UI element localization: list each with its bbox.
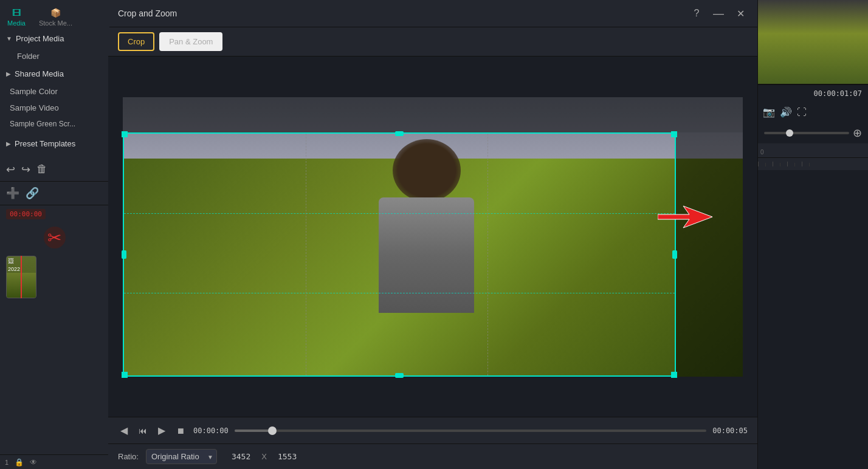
sample-video-label: Sample Video — [10, 103, 59, 112]
tab-media[interactable]: 🎞 Media — [0, 5, 33, 29]
tick — [758, 162, 765, 166]
sidebar: ▼ Project Media Folder ▶ Shared Media Sa… — [0, 29, 109, 469]
shared-media-label: Shared Media — [15, 69, 64, 78]
tick — [773, 162, 780, 166]
tick — [802, 162, 809, 166]
playhead-line — [21, 256, 22, 298]
right-panel: 00:00:01:07 📷 🔊 ⛶ ⊕ 0 — [757, 0, 868, 469]
dialog-title: Crop and Zoom — [118, 9, 684, 18]
project-media-label: Project Media — [16, 34, 64, 43]
sidebar-item-sample-color[interactable]: Sample Color — [0, 83, 109, 100]
dialog-controls: ? — ✕ — [689, 6, 748, 21]
minimize-button[interactable]: — — [711, 6, 726, 21]
help-button[interactable]: ? — [689, 6, 704, 21]
ratio-x-label: X — [261, 452, 267, 461]
video-frame — [123, 97, 743, 377]
playback-fill — [235, 430, 272, 432]
ratio-bar: Ratio: Original Ratio 16:9 4:3 1:1 9:16 … — [108, 443, 757, 469]
sidebar-actions2: ➕ 🔗 — [0, 182, 109, 205]
preset-templates-label: Preset Templates — [15, 139, 75, 148]
stock-tab-label: Stock Me... — [39, 19, 72, 27]
sample-color-label: Sample Color — [10, 87, 58, 96]
right-time: 00:00:01:07 — [814, 89, 862, 98]
stop-button[interactable]: ⏹ — [174, 423, 187, 438]
undo-button[interactable]: ↩ — [6, 163, 15, 176]
sidebar-section-project-media[interactable]: ▼ Project Media — [0, 29, 109, 48]
step-back-button[interactable]: ⏮ — [136, 423, 150, 438]
timeline-ruler-right: 0 — [758, 143, 868, 158]
zoom-thumb[interactable] — [786, 129, 793, 137]
sidebar-item-folder[interactable]: Folder — [0, 48, 109, 64]
right-time-display: 00:00:01:07 — [758, 85, 868, 101]
playhead-time: 00:00:00 — [6, 209, 46, 219]
sidebar-section-preset-templates[interactable]: ▶ Preset Templates — [0, 134, 109, 153]
nav-tabs-bar: 🎞 Media 📦 Stock Me... — [0, 0, 109, 29]
playback-slider[interactable] — [235, 430, 706, 432]
screenshot-icon[interactable]: 📷 — [763, 106, 775, 118]
bottom-status-bar: 1 🔒 👁 — [0, 454, 109, 469]
eye-icon[interactable]: 👁 — [30, 458, 37, 467]
zoom-slider[interactable] — [764, 132, 849, 134]
prev-frame-button[interactable]: ◀ — [118, 422, 130, 439]
media-tab-label: Media — [7, 19, 26, 27]
tick — [765, 163, 773, 166]
ratio-label: Ratio: — [118, 452, 139, 461]
dialog-titlebar: Crop and Zoom ? — ✕ — [108, 0, 757, 27]
arrow-right-icon: ▶ — [6, 70, 11, 77]
ratio-select[interactable]: Original Ratio 16:9 4:3 1:1 9:16 Custom — [146, 449, 217, 464]
tick — [787, 162, 794, 166]
speaker-icon[interactable]: 🔊 — [780, 106, 792, 118]
ratio-height: 1553 — [278, 452, 297, 461]
preview-area — [108, 56, 757, 417]
ratio-width: 3452 — [232, 452, 250, 461]
scissors-area: ✂ — [0, 222, 109, 253]
video-scene — [123, 97, 743, 377]
boy-head — [393, 139, 461, 202]
scissors-icon: ✂ — [44, 227, 66, 248]
tab-stock[interactable]: 📦 Stock Me... — [33, 5, 78, 29]
ruler-label: 0 — [760, 149, 764, 157]
media-tab-icon: 🎞 — [12, 8, 21, 18]
ratio-select-wrap: Original Ratio 16:9 4:3 1:1 9:16 Custom … — [146, 449, 217, 464]
playback-thumb[interactable] — [268, 426, 277, 435]
crop-zoom-dialog: Crop and Zoom ? — ✕ Crop Pan & Zoom — [108, 0, 757, 469]
tab-pan-zoom[interactable]: Pan & Zoom — [159, 32, 222, 51]
dialog-tab-bar: Crop Pan & Zoom — [108, 27, 757, 56]
playback-bar: ◀ ⏮ ▶ ⏹ 00:00:00 00:00:05 — [108, 417, 757, 443]
link-button[interactable]: 🔗 — [26, 187, 39, 200]
tick-marks — [758, 158, 816, 170]
timeline-clip-area: 🖼 2022 — [6, 256, 103, 298]
sidebar-item-sample-green[interactable]: Sample Green Scr... — [0, 116, 109, 132]
add-track-button[interactable]: ➕ — [6, 187, 19, 200]
sample-green-label: Sample Green Scr... — [10, 120, 75, 128]
boy-body — [379, 197, 474, 313]
close-button[interactable]: ✕ — [733, 6, 748, 21]
tab-crop[interactable]: Crop — [118, 32, 154, 51]
sidebar-item-sample-video[interactable]: Sample Video — [0, 100, 109, 116]
arrow-right-icon2: ▶ — [6, 140, 11, 147]
redo-button[interactable]: ↪ — [21, 163, 30, 176]
delete-button[interactable]: 🗑 — [36, 163, 47, 176]
red-arrow — [658, 204, 712, 235]
mask-right — [676, 132, 743, 377]
right-thumb-top — [758, 0, 868, 85]
play-button[interactable]: ▶ — [156, 422, 168, 439]
tick — [780, 163, 787, 166]
zoom-plus-button[interactable]: ⊕ — [853, 126, 862, 140]
playback-slider-container — [235, 430, 706, 432]
fullscreen-icon[interactable]: ⛶ — [797, 107, 807, 118]
ruler-marks — [758, 158, 868, 170]
track-num-label: 1 — [5, 459, 9, 466]
right-panel-bottom: 0 — [758, 143, 868, 469]
mask-top — [123, 97, 743, 132]
lock-icon[interactable]: 🔒 — [15, 458, 24, 467]
boy-area — [359, 139, 495, 349]
tick — [809, 163, 816, 166]
right-controls: 📷 🔊 ⛶ — [758, 101, 868, 123]
end-time-display: 00:00:05 — [712, 426, 748, 435]
folder-label: Folder — [17, 52, 40, 61]
sidebar-section-shared-media[interactable]: ▶ Shared Media — [0, 64, 109, 83]
sidebar-actions: ↩ ↪ 🗑 — [0, 158, 109, 182]
stock-tab-icon: 📦 — [50, 8, 61, 18]
current-time-display: 00:00:00 — [193, 426, 229, 435]
